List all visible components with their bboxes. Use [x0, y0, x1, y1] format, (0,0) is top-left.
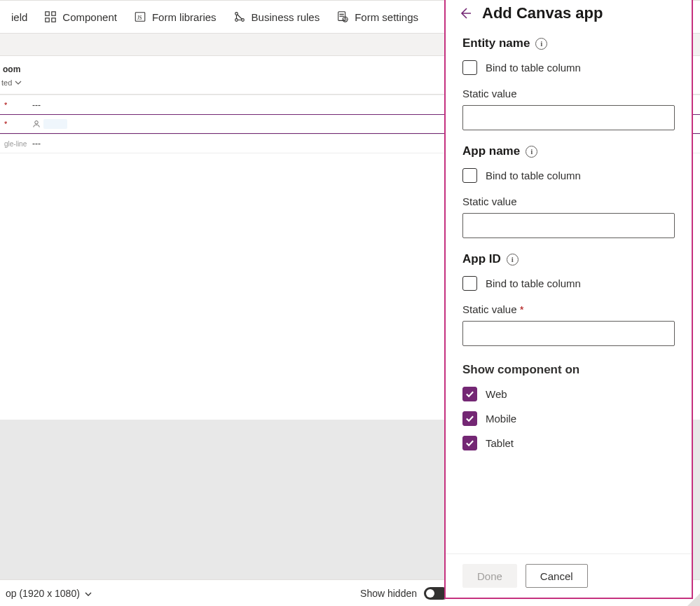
toolbar-form-libraries-label: Form libraries: [152, 11, 217, 23]
svg-rect-3: [52, 18, 55, 22]
svg-rect-0: [46, 12, 49, 15]
appid-bind-label: Bind to table column: [486, 277, 581, 289]
toolbar-form-settings-label: Form settings: [355, 11, 418, 23]
cancel-button[interactable]: Cancel: [526, 564, 588, 588]
mobile-label: Mobile: [486, 413, 516, 425]
add-canvas-app-panel: Add Canvas app Entity name i Bind to tab…: [444, 0, 693, 599]
chevron-down-icon: [14, 78, 22, 87]
info-icon[interactable]: i: [507, 254, 519, 266]
tablet-checkbox[interactable]: [462, 436, 477, 450]
done-button[interactable]: Done: [462, 564, 517, 588]
entity-static-input[interactable]: [462, 105, 675, 130]
resolution-chevron-icon[interactable]: [84, 589, 92, 598]
svg-rect-1: [52, 12, 55, 15]
toolbar-field[interactable]: ield: [4, 7, 34, 27]
app-name-label: App name: [462, 144, 520, 158]
app-name-group: App name i Bind to table column Static v…: [462, 144, 675, 238]
appname-bind-label: Bind to table column: [486, 170, 581, 181]
app-id-label: App ID: [462, 252, 501, 266]
business-rules-icon: [233, 11, 246, 23]
form-row-2-lookup[interactable]: [43, 119, 67, 129]
info-icon[interactable]: i: [535, 38, 547, 50]
toolbar-business-rules-label: Business rules: [252, 11, 320, 23]
web-checkbox[interactable]: [462, 387, 477, 401]
toolbar-form-settings[interactable]: Form settings: [329, 6, 425, 27]
toolbar-field-label: ield: [11, 11, 27, 23]
entity-bind-checkbox[interactable]: [462, 60, 477, 75]
appid-static-input[interactable]: [462, 321, 675, 346]
js-icon: JS: [134, 11, 146, 23]
app-id-group: App ID i Bind to table column Static val…: [462, 252, 675, 346]
resize-handle-icon[interactable]: [687, 593, 700, 606]
svg-point-6: [235, 13, 238, 15]
appid-bind-checkbox[interactable]: [462, 276, 477, 291]
svg-rect-2: [46, 18, 49, 22]
tablet-label: Tablet: [486, 437, 514, 449]
component-icon: [44, 11, 57, 23]
appname-bind-checkbox[interactable]: [462, 168, 477, 183]
back-arrow-icon[interactable]: [458, 6, 472, 20]
form-header-title: oom: [3, 64, 20, 74]
form-row-3-value: ---: [32, 139, 41, 149]
svg-text:JS: JS: [137, 15, 142, 21]
show-on-title: Show component on: [462, 363, 675, 377]
entity-static-label: Static value: [462, 88, 675, 99]
mobile-checkbox[interactable]: [462, 411, 477, 426]
form-settings-icon: [336, 11, 349, 23]
appid-static-label: Static value: [462, 303, 517, 315]
resolution-label: op (1920 x 1080): [6, 588, 80, 599]
person-icon: [32, 120, 41, 128]
appname-static-input[interactable]: [462, 213, 675, 238]
panel-title: Add Canvas app: [482, 4, 603, 22]
toolbar-component-label: Component: [62, 11, 117, 23]
toolbar-business-rules[interactable]: Business rules: [226, 6, 327, 27]
appname-static-label: Static value: [462, 195, 675, 207]
toolbar-component[interactable]: Component: [37, 6, 124, 27]
svg-point-7: [241, 19, 244, 22]
toolbar-form-libraries[interactable]: JS Form libraries: [127, 6, 224, 27]
form-row-1-value: ---: [32, 100, 41, 110]
entity-name-group: Entity name i Bind to table column Stati…: [462, 36, 675, 130]
svg-point-8: [235, 19, 238, 22]
entity-bind-label: Bind to table column: [486, 62, 581, 74]
panel-footer: Done Cancel: [446, 553, 692, 598]
info-icon[interactable]: i: [526, 146, 537, 158]
entity-name-label: Entity name: [462, 36, 530, 50]
show-hidden-label: Show hidden: [360, 588, 417, 599]
web-label: Web: [486, 388, 507, 400]
svg-point-11: [35, 121, 39, 125]
